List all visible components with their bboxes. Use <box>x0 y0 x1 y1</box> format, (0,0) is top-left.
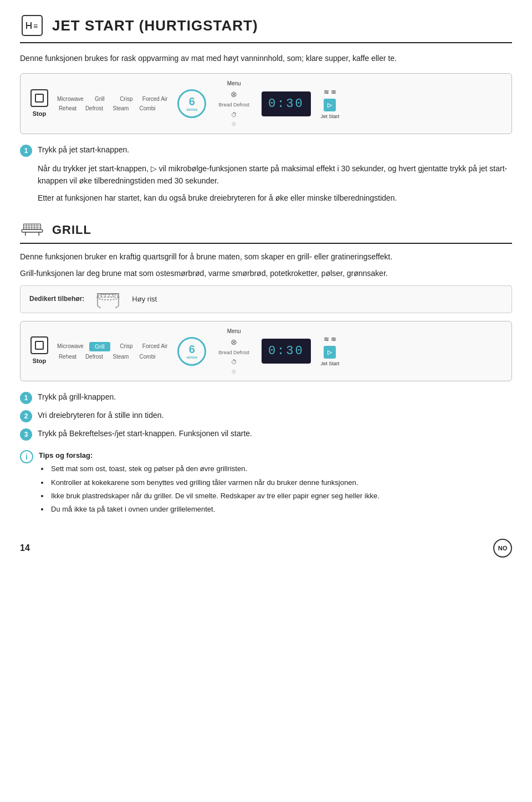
mode-row-1b: Microwave Grill Crisp Forced Air <box>57 342 167 351</box>
forced-air-btn: Forced Air <box>142 95 168 103</box>
grill-btn: Grill <box>89 95 110 103</box>
grill-title: GRILL <box>52 221 91 239</box>
defrost-btn: Defrost <box>84 104 105 113</box>
grill-btn-2: Grill <box>89 342 110 351</box>
step-num-1: 1 <box>20 145 32 157</box>
grill-step-num-2: 2 <box>20 410 32 422</box>
menu-bread-section-2: Menu ⊗ Bread Defrost ⏱ ◎ <box>218 327 249 376</box>
step-text-1: Trykk på jet start-knappen. <box>38 144 129 156</box>
steam-btn-2: Steam <box>110 353 131 361</box>
time-display-2: 0:30 <box>262 339 311 364</box>
jet-start-button-2: ▷ <box>324 346 336 359</box>
menu-icon: ⊗ <box>231 89 237 100</box>
combi-btn-2: Combi <box>137 353 158 361</box>
page-title: JET START (HURTIGSTART) <box>52 15 258 37</box>
grill-step-2: 2 Vri dreiebryteren for å stille inn tid… <box>20 410 512 422</box>
grill-steps: 1 Trykk på grill-knappen. 2 Vri dreiebry… <box>20 391 512 441</box>
tips-info-icon: i <box>20 450 33 463</box>
grill-step-text-1: Trykk på grill-knappen. <box>38 391 116 403</box>
combi-btn: Combi <box>137 104 158 113</box>
svg-rect-0 <box>22 16 42 35</box>
menu-bread-section: Menu ⊗ Bread Defrost ⏱ ◎ <box>218 79 249 128</box>
tips-box: i Tips og forslag: Sett mat som ost, toa… <box>20 449 512 516</box>
tip-item-3: Ikke bruk plastredskaper når du griller.… <box>41 490 380 502</box>
accessory-name: Høy rist <box>132 294 157 305</box>
stop-section-2: Stop <box>30 336 48 366</box>
control-panel-2: Stop Microwave Grill Crisp Forced Air Re… <box>20 321 512 382</box>
step-desc: Når du trykker jet start-knappen, ▷ vil … <box>38 162 512 187</box>
accessory-label: Dedikert tilbehør: <box>29 295 84 304</box>
tip-item-1: Sett mat som ost, toast, stek og pølser … <box>41 463 380 475</box>
stop-section: Stop <box>30 89 48 119</box>
grill-desc1: Denne funksjonen bruker en kraftig quart… <box>20 251 512 263</box>
svg-rect-3 <box>22 229 42 232</box>
svg-rect-25 <box>35 341 43 349</box>
time-display: 0:30 <box>262 91 311 116</box>
control-panel-1: Stop Microwave Grill Crisp Forced Air Re… <box>20 73 512 134</box>
step-desc2: Etter at funksjonen har startet, kan du … <box>38 192 512 204</box>
jet-start-label-2: Jet Start <box>321 360 340 368</box>
steam-btn: Steam <box>110 104 131 113</box>
reheat-btn-2: Reheat <box>57 353 78 361</box>
tips-content: Tips og forslag: Sett mat som ost, toast… <box>39 449 380 516</box>
svg-rect-2 <box>35 94 43 102</box>
sense-dial: 6 sense <box>177 89 206 118</box>
high-rack-icon <box>93 290 123 308</box>
page-number: 14 <box>20 542 30 555</box>
step-1: 1 Trykk på jet start-knappen. <box>20 144 512 157</box>
stop-label-2: Stop <box>33 356 46 366</box>
stop-button-icon <box>30 89 48 107</box>
grill-step-1: 1 Trykk på grill-knappen. <box>20 391 512 404</box>
menu-icon-2: ⊗ <box>231 336 237 348</box>
page-footer: 14 NO <box>20 534 512 558</box>
menu-label-2: Menu <box>227 327 241 335</box>
crisp-btn-2: Crisp <box>116 342 137 351</box>
grill-step-num-3: 3 <box>20 428 32 441</box>
tip-item-2: Kontroller at kokekarene som benyttes ve… <box>41 477 380 489</box>
defrost-btn-2: Defrost <box>84 353 105 361</box>
stop-label: Stop <box>33 109 46 119</box>
page-header: ≡ JET START (HURTIGSTART) <box>20 13 512 43</box>
svg-text:≡: ≡ <box>33 22 38 30</box>
menu-label: Menu <box>227 79 241 88</box>
sense-dial-2: 6 sense <box>177 337 206 366</box>
mode-row-2: Reheat Defrost Steam Combi <box>57 104 167 113</box>
tips-title: Tips og forslag: <box>39 449 380 462</box>
bread-defrost-label: Bread Defrost <box>218 101 249 109</box>
grill-step-text-2: Vri dreiebryteren for å stille inn tiden… <box>38 410 163 421</box>
grill-icon <box>20 219 44 239</box>
accessory-row: Dedikert tilbehør: Høy rist <box>20 285 512 313</box>
grill-desc2: Grill-funksjonen lar deg brune mat som o… <box>20 267 512 279</box>
microwave-btn-2: Microwave <box>57 342 84 351</box>
jet-start-wave-icon: ≋ ≋ <box>324 87 336 97</box>
language-badge: NO <box>493 539 512 558</box>
mode-buttons: Microwave Grill Crisp Forced Air Reheat … <box>57 95 167 113</box>
forced-air-btn-2: Forced Air <box>142 342 168 351</box>
microwave-btn: Microwave <box>57 95 84 103</box>
grill-step-3: 3 Trykk på Bekreftelses-/jet start-knapp… <box>20 428 512 441</box>
jet-start-section-2: ≋ ≋ ▷ Jet Start <box>321 334 340 368</box>
mode-row-1: Microwave Grill Crisp Forced Air <box>57 95 167 103</box>
intro-text: Denne funksjonen brukes for rask oppvarm… <box>20 52 512 64</box>
bread-defrost-label-2: Bread Defrost <box>218 349 249 357</box>
tips-list: Sett mat som ost, toast, stek og pølser … <box>39 463 380 515</box>
svg-line-24 <box>115 306 119 308</box>
jet-start-button: ▷ <box>324 99 336 111</box>
grill-step-text-3: Trykk på Bekreftelses-/jet start-knappen… <box>38 428 252 440</box>
crisp-btn: Crisp <box>116 95 137 103</box>
grill-section-header: GRILL <box>20 219 512 244</box>
tip-item-4: Du må ikke ta på taket i ovnen under gri… <box>41 503 380 515</box>
jet-start-label: Jet Start <box>321 113 340 121</box>
mode-row-2b: Reheat Defrost Steam Combi <box>57 353 167 361</box>
svg-line-23 <box>98 306 101 308</box>
jet-start-wave-icon-2: ≋ ≋ <box>324 334 336 344</box>
jet-start-section: ≋ ≋ ▷ Jet Start <box>321 87 340 121</box>
mode-buttons-2: Microwave Grill Crisp Forced Air Reheat … <box>57 342 167 361</box>
grill-step-num-1: 1 <box>20 392 32 404</box>
jet-start-icon: ≡ <box>20 13 44 38</box>
reheat-btn: Reheat <box>57 104 78 113</box>
stop-button-icon-2 <box>30 336 48 354</box>
